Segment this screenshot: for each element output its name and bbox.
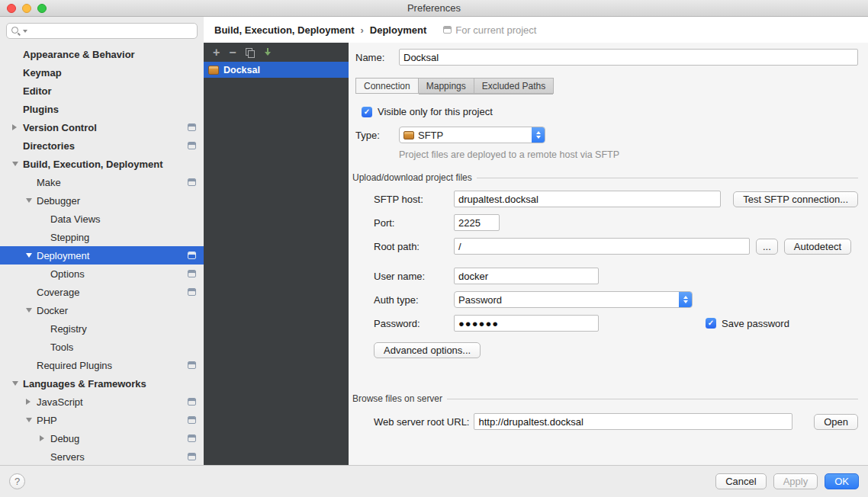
test-sftp-connection-button[interactable]: Test SFTP connection... xyxy=(733,191,858,207)
name-input[interactable] xyxy=(399,49,858,66)
sidebar-item-plugins[interactable]: Plugins xyxy=(0,100,204,118)
save-password-checkbox[interactable] xyxy=(706,318,716,329)
sidebar-item-docker[interactable]: Docker xyxy=(0,301,204,319)
settings-sidebar: Appearance & BehaviorKeymapEditorPlugins… xyxy=(0,17,204,465)
sidebar-item-servers[interactable]: Servers xyxy=(0,447,204,465)
port-input[interactable] xyxy=(454,214,500,231)
sidebar-item-label: Editor xyxy=(23,85,52,97)
server-list: Docksal xyxy=(204,62,349,465)
chevron-down-icon[interactable] xyxy=(26,308,32,313)
sidebar-item-javascript[interactable]: JavaScript xyxy=(0,393,204,411)
sidebar-item-make[interactable]: Make xyxy=(0,173,204,191)
chevron-down-icon[interactable] xyxy=(26,198,32,203)
auth-type-select[interactable]: Password xyxy=(454,291,693,308)
copy-server-button[interactable] xyxy=(246,48,254,57)
breadcrumb: Build, Execution, Deployment › Deploymen… xyxy=(204,17,868,43)
tab-bar: Connection Mappings Excluded Paths xyxy=(355,78,553,95)
autodetect-button[interactable]: Autodetect xyxy=(784,239,851,255)
search-options-chevron-icon[interactable] xyxy=(23,30,27,33)
tab-excluded-paths[interactable]: Excluded Paths xyxy=(474,78,554,94)
sidebar-item-keymap[interactable]: Keymap xyxy=(0,63,204,82)
auth-type-label: Auth type: xyxy=(374,294,449,306)
project-settings-icon xyxy=(188,453,196,460)
minimize-window-button[interactable] xyxy=(22,4,31,13)
settings-search[interactable] xyxy=(6,23,198,39)
sidebar-item-label: Data Views xyxy=(50,213,101,225)
sidebar-item-label: Servers xyxy=(50,451,85,463)
sidebar-item-options[interactable]: Options xyxy=(0,265,204,283)
sidebar-item-required-plugins[interactable]: Required Plugins xyxy=(0,356,204,374)
sftp-host-label: SFTP host: xyxy=(374,194,449,205)
help-button[interactable]: ? xyxy=(9,473,25,489)
sidebar-item-deployment[interactable]: Deployment xyxy=(0,246,204,265)
sidebar-item-appearance-behavior[interactable]: Appearance & Behavior xyxy=(0,45,204,63)
settings-search-input[interactable] xyxy=(30,26,192,37)
tab-connection[interactable]: Connection xyxy=(355,78,419,94)
chevron-down-icon[interactable] xyxy=(26,418,32,422)
chevron-down-icon[interactable] xyxy=(12,381,18,386)
ok-button[interactable]: OK xyxy=(825,473,859,489)
sidebar-item-build-execution-deployment[interactable]: Build, Execution, Deployment xyxy=(0,155,204,173)
breadcrumb-section[interactable]: Build, Execution, Deployment xyxy=(214,24,354,36)
sftp-icon xyxy=(403,131,414,139)
titlebar: Preferences xyxy=(0,0,868,17)
password-input[interactable] xyxy=(454,315,599,332)
sidebar-item-label: Registry xyxy=(50,323,87,335)
type-select[interactable]: SFTP xyxy=(399,127,545,143)
project-settings-icon xyxy=(188,252,196,259)
sidebar-item-editor[interactable]: Editor xyxy=(0,82,204,100)
web-root-input[interactable] xyxy=(474,413,792,430)
close-window-button[interactable] xyxy=(7,4,16,13)
apply-button[interactable]: Apply xyxy=(773,473,818,489)
sidebar-item-label: Options xyxy=(50,268,85,280)
save-password-group: Save password xyxy=(706,318,789,329)
chevron-down-icon[interactable] xyxy=(26,253,32,258)
password-label: Password: xyxy=(374,318,449,329)
root-path-input[interactable] xyxy=(454,238,750,255)
zoom-window-button[interactable] xyxy=(37,4,47,13)
sidebar-item-label: PHP xyxy=(37,415,57,426)
remove-server-button[interactable]: − xyxy=(229,46,236,59)
auth-type-value: Password xyxy=(458,294,675,306)
project-settings-icon xyxy=(188,416,196,424)
sidebar-item-data-views[interactable]: Data Views xyxy=(0,210,204,228)
browse-root-path-button[interactable]: ... xyxy=(756,239,778,255)
arrow-slot xyxy=(40,435,50,441)
sidebar-item-version-control[interactable]: Version Control xyxy=(0,118,204,136)
open-url-button[interactable]: Open xyxy=(814,414,858,430)
sidebar-item-coverage[interactable]: Coverage xyxy=(0,283,204,301)
sidebar-item-tools[interactable]: Tools xyxy=(0,338,204,356)
settings-tree: Appearance & BehaviorKeymapEditorPlugins… xyxy=(0,45,204,465)
chevron-right-icon[interactable] xyxy=(40,435,44,441)
advanced-options-button[interactable]: Advanced options... xyxy=(374,342,481,358)
sidebar-item-label: JavaScript xyxy=(37,396,83,408)
sidebar-item-label: Directories xyxy=(23,140,75,152)
sftp-host-input[interactable] xyxy=(454,191,721,207)
server-list-item-docksal[interactable]: Docksal xyxy=(204,62,349,78)
window-controls xyxy=(7,4,47,13)
visible-only-label: Visible only for this project xyxy=(378,106,493,117)
visible-only-checkbox[interactable] xyxy=(362,107,372,117)
add-server-button[interactable]: + xyxy=(213,46,220,59)
sidebar-item-registry[interactable]: Registry xyxy=(0,319,204,338)
chevron-right-icon[interactable] xyxy=(26,399,31,405)
arrow-slot xyxy=(12,162,23,166)
sidebar-item-debug[interactable]: Debug xyxy=(0,429,204,447)
sidebar-item-php[interactable]: PHP xyxy=(0,411,204,429)
tab-mappings[interactable]: Mappings xyxy=(418,78,474,94)
sidebar-item-directories[interactable]: Directories xyxy=(0,136,204,155)
user-name-input[interactable] xyxy=(454,268,599,284)
sidebar-item-debugger[interactable]: Debugger xyxy=(0,191,204,210)
project-settings-icon xyxy=(188,270,196,277)
footer-bar: ? Cancel Apply OK xyxy=(0,465,868,497)
sidebar-item-stepping[interactable]: Stepping xyxy=(0,228,204,246)
project-settings-icon xyxy=(188,288,196,296)
chevron-down-icon[interactable] xyxy=(12,162,18,166)
chevron-right-icon[interactable] xyxy=(12,124,17,130)
cancel-button[interactable]: Cancel xyxy=(715,473,766,489)
import-server-button[interactable] xyxy=(263,48,272,57)
arrow-slot xyxy=(12,381,23,386)
section-upload-label: Upload/download project files xyxy=(352,172,472,183)
search-icon xyxy=(11,27,21,36)
sidebar-item-languages-frameworks[interactable]: Languages & Frameworks xyxy=(0,374,204,393)
